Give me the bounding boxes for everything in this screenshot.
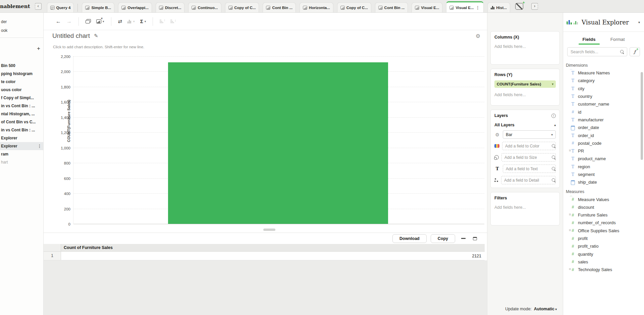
toolbar-button[interactable]	[157, 16, 168, 26]
toolbar-button[interactable]	[53, 16, 64, 26]
field-row[interactable]: order_date	[563, 124, 644, 131]
sidebar-item[interactable]: Explorer	[0, 134, 43, 142]
tab-menu-icon[interactable]: ⋮	[476, 5, 480, 10]
sidebar-item[interactable]: uous color	[0, 86, 43, 94]
field-row[interactable]: Measure Values	[563, 195, 644, 203]
field-row[interactable]: discount	[563, 203, 644, 211]
tab[interactable]: Cont Bin ... ⋮	[263, 2, 296, 12]
sidebar-nav-item[interactable]: ook	[1, 26, 42, 35]
field-row[interactable]: Office Supplies Sales	[563, 227, 644, 235]
field-row[interactable]: PR	[563, 147, 644, 155]
field-row[interactable]: id	[563, 108, 644, 116]
download-button[interactable]: Download	[392, 234, 427, 243]
tab[interactable]: Continuo... ⋮	[188, 2, 221, 12]
chart-settings-gear-icon[interactable]: ⚙	[476, 33, 480, 39]
collapse-layers-icon[interactable]: ▴	[554, 123, 556, 127]
field-row[interactable]: Measure Names	[563, 69, 644, 77]
field-row[interactable]: product_name	[563, 155, 644, 163]
toolbar-button[interactable]	[138, 16, 149, 26]
field-row[interactable]: number_of_records	[563, 219, 644, 227]
field-row[interactable]: region	[563, 163, 644, 171]
copy-button[interactable]: Copy	[431, 234, 455, 243]
field-row[interactable]: ship_date	[563, 178, 644, 186]
layer-gear-icon[interactable]: ⚙	[494, 132, 500, 137]
panel-tab[interactable]: Format	[610, 34, 625, 45]
tab[interactable]: Copy of C... ⋮	[337, 2, 371, 12]
edit-title-icon[interactable]: ✎	[94, 33, 98, 39]
tab[interactable]: Discret... ⋮	[156, 2, 185, 12]
tab[interactable]: Horizonta... ⋮	[300, 2, 333, 12]
tab[interactable]: Overlappi... ⋮	[118, 2, 152, 12]
sidebar-item[interactable]: ntal Histogram, ...	[0, 110, 43, 118]
tab[interactable]: Visual E... ⋮	[412, 2, 442, 12]
field-row[interactable]: country	[563, 92, 644, 100]
minimize-icon[interactable]	[461, 238, 466, 239]
chart-resize-handle[interactable]	[263, 229, 275, 231]
tab[interactable]: Visual E... ⋮	[446, 1, 483, 12]
sidebar-item[interactable]: of Cont Bin vs C...	[0, 118, 43, 126]
table-row[interactable]: 1 2121	[44, 252, 485, 260]
tab[interactable]: Query 4 ⋮	[47, 2, 74, 12]
columns-drop-target[interactable]: Add fields here...	[494, 44, 556, 49]
toolbar-button[interactable]	[83, 16, 94, 26]
field-row[interactable]: manufacturer	[563, 116, 644, 124]
sidebar-item[interactable]: f Copy of Simpl...	[0, 94, 43, 102]
sidebar-item[interactable]: Bin 500	[0, 62, 43, 70]
field-row[interactable]: sales	[563, 258, 644, 266]
tab[interactable]: Hist... ⋮	[487, 2, 510, 12]
toolbar-button[interactable]	[94, 16, 107, 26]
encoding-drop-target[interactable]: Add a field to Detail	[501, 176, 556, 184]
pill-caret-icon[interactable]: ▾	[552, 82, 553, 86]
tab[interactable]: Copy of C... ⋮	[225, 2, 259, 12]
toolbar-button[interactable]	[168, 16, 178, 26]
toolbar-button[interactable]	[125, 16, 138, 26]
toolbar-button[interactable]	[78, 17, 79, 26]
collapse-sidebar-icon[interactable]: ‹	[35, 3, 42, 10]
sidebar-item[interactable]: hart	[0, 158, 43, 166]
field-row[interactable]: city	[563, 85, 644, 92]
field-row[interactable]: profit_ratio	[563, 242, 644, 250]
element-caret-icon[interactable]: ▾	[638, 20, 640, 24]
add-formula-button[interactable]: ƒ	[630, 47, 640, 56]
sidebar-item[interactable]: in vs Cont Bin : ...	[0, 126, 43, 134]
furniture-bar[interactable]	[168, 62, 388, 224]
search-icon[interactable]	[552, 167, 556, 171]
scrollbar-thumb[interactable]	[641, 72, 643, 160]
rows-field-pill[interactable]: COUNT(Furniture Sales) ▾	[494, 80, 556, 88]
encoding-drop-target[interactable]: Add a field to Text	[503, 165, 556, 173]
filters-drop-target[interactable]: Add fields here...	[494, 205, 556, 210]
tab[interactable]: Simple B... ⋮	[82, 2, 114, 12]
sidebar-item[interactable]: Explorer	[0, 142, 43, 150]
toolbar-button[interactable]	[153, 17, 153, 26]
maximize-icon[interactable]	[473, 237, 477, 240]
field-row[interactable]: customer_name	[563, 100, 644, 108]
field-row[interactable]: postal_code	[563, 139, 644, 147]
layer-type-select[interactable]: Bar ▾	[503, 130, 556, 139]
sidebar-item[interactable]: pping histogram	[0, 70, 43, 78]
search-icon[interactable]	[552, 144, 556, 148]
sidebar-item[interactable]: in vs Cont Bin : ...	[0, 102, 43, 110]
field-row[interactable]: Furniture Sales	[563, 211, 644, 219]
encoding-drop-target[interactable]: Add a field to Size	[501, 153, 556, 162]
info-icon[interactable]: i	[551, 114, 556, 118]
toolbar-button[interactable]	[111, 17, 111, 26]
field-row[interactable]: profit	[563, 235, 644, 242]
field-row[interactable]: quantity	[563, 250, 644, 258]
expand-panel-icon[interactable]: ›	[531, 3, 538, 10]
chart-title[interactable]: Untitled chart	[52, 32, 90, 40]
search-icon[interactable]	[552, 155, 556, 160]
field-row[interactable]: order_id	[563, 131, 644, 139]
panel-tab[interactable]: Fields	[583, 34, 596, 45]
tab[interactable]: Cont Bin ... ⋮	[375, 2, 408, 12]
field-row[interactable]: Technology Sales	[563, 266, 644, 273]
toolbar-button[interactable]	[115, 16, 125, 26]
rows-drop-target[interactable]: Add fields here...	[494, 92, 556, 97]
toolbar-button[interactable]	[64, 16, 74, 26]
new-tab-icon[interactable]	[515, 3, 523, 10]
encoding-drop-target[interactable]: Add a field to Color	[502, 142, 556, 150]
update-mode-select[interactable]: Automatic	[534, 307, 557, 311]
search-fields-input[interactable]	[568, 50, 627, 54]
search-icon[interactable]	[552, 178, 556, 182]
sidebar-item[interactable]: te color	[0, 78, 43, 86]
chart-description-placeholder[interactable]: Click to add chart description. Shift-en…	[53, 45, 144, 49]
